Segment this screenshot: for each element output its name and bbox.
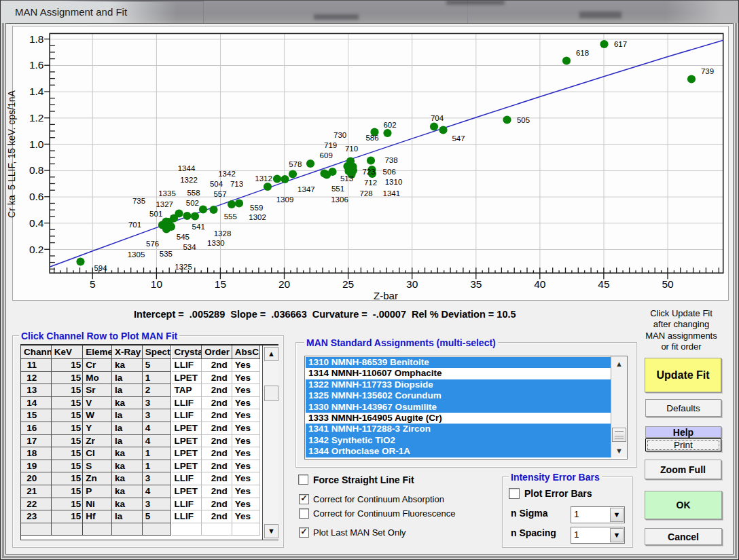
svg-text:728: 728 xyxy=(359,189,372,198)
svg-text:555: 555 xyxy=(224,212,237,221)
svg-text:738: 738 xyxy=(384,156,397,164)
svg-text:609: 609 xyxy=(320,151,333,160)
svg-text:1341: 1341 xyxy=(383,189,401,198)
svg-text:719: 719 xyxy=(324,141,337,149)
svg-text:586: 586 xyxy=(365,134,378,142)
svg-text:1344: 1344 xyxy=(178,164,196,172)
svg-text:1312: 1312 xyxy=(255,174,272,183)
svg-text:10: 10 xyxy=(151,278,163,290)
svg-text:617: 617 xyxy=(614,40,627,48)
svg-text:739: 739 xyxy=(701,67,714,75)
svg-text:45: 45 xyxy=(598,278,609,290)
svg-text:0.4: 0.4 xyxy=(29,217,44,229)
svg-text:504: 504 xyxy=(210,180,223,188)
svg-text:730: 730 xyxy=(334,131,346,139)
svg-text:Z-bar: Z-bar xyxy=(374,290,398,301)
svg-text:723: 723 xyxy=(362,168,375,176)
svg-text:557: 557 xyxy=(213,190,226,198)
svg-text:618: 618 xyxy=(576,49,589,57)
svg-text:505: 505 xyxy=(517,116,530,124)
svg-text:1342: 1342 xyxy=(218,170,236,178)
svg-text:712: 712 xyxy=(364,179,377,187)
svg-text:551: 551 xyxy=(331,185,344,193)
svg-text:1.2: 1.2 xyxy=(29,112,44,124)
svg-text:30: 30 xyxy=(406,278,418,290)
svg-text:1347: 1347 xyxy=(298,185,315,193)
svg-text:0.6: 0.6 xyxy=(29,191,44,202)
svg-text:1302: 1302 xyxy=(249,213,266,221)
svg-text:1325: 1325 xyxy=(175,263,192,271)
svg-text:15: 15 xyxy=(215,278,226,290)
svg-text:50: 50 xyxy=(662,278,674,290)
svg-text:25: 25 xyxy=(342,278,354,290)
svg-text:1.8: 1.8 xyxy=(29,33,44,45)
svg-text:1.6: 1.6 xyxy=(29,59,44,71)
svg-text:1330: 1330 xyxy=(207,239,225,247)
svg-text:545: 545 xyxy=(177,233,190,241)
svg-text:1322: 1322 xyxy=(180,176,198,184)
svg-text:506: 506 xyxy=(383,168,396,176)
svg-text:710: 710 xyxy=(345,145,358,153)
svg-text:20: 20 xyxy=(278,278,291,290)
svg-text:541: 541 xyxy=(192,223,205,231)
svg-text:578: 578 xyxy=(289,160,302,168)
svg-text:735: 735 xyxy=(132,197,145,205)
svg-text:534: 534 xyxy=(183,243,196,251)
svg-text:576: 576 xyxy=(146,240,159,248)
svg-text:559: 559 xyxy=(250,204,263,212)
svg-text:535: 535 xyxy=(160,250,173,258)
svg-text:513: 513 xyxy=(340,174,353,183)
svg-text:1327: 1327 xyxy=(156,200,173,208)
svg-text:713: 713 xyxy=(230,180,243,188)
svg-text:602: 602 xyxy=(383,121,396,129)
svg-text:501: 501 xyxy=(149,210,162,218)
svg-text:Cr ka 5 LLIF, 15 keV. cps/1nA: Cr ka 5 LLIF, 15 keV. cps/1nA xyxy=(6,90,17,217)
svg-text:547: 547 xyxy=(452,134,465,143)
svg-text:594: 594 xyxy=(94,264,107,272)
svg-text:704: 704 xyxy=(431,114,444,122)
svg-text:1.4: 1.4 xyxy=(29,86,44,97)
svg-text:0.8: 0.8 xyxy=(29,164,44,176)
svg-text:40: 40 xyxy=(534,278,546,290)
svg-text:502: 502 xyxy=(186,199,199,207)
svg-text:701: 701 xyxy=(128,221,141,229)
svg-text:558: 558 xyxy=(187,189,200,197)
svg-text:1309: 1309 xyxy=(276,195,294,204)
svg-text:1.0: 1.0 xyxy=(29,138,44,150)
svg-text:1306: 1306 xyxy=(331,195,348,204)
svg-text:1328: 1328 xyxy=(214,229,232,238)
svg-text:1335: 1335 xyxy=(158,189,176,198)
svg-text:1310: 1310 xyxy=(385,178,403,186)
svg-text:35: 35 xyxy=(470,278,482,290)
svg-text:1305: 1305 xyxy=(128,250,145,259)
svg-text:5: 5 xyxy=(90,278,96,290)
svg-text:0.2: 0.2 xyxy=(29,244,44,255)
